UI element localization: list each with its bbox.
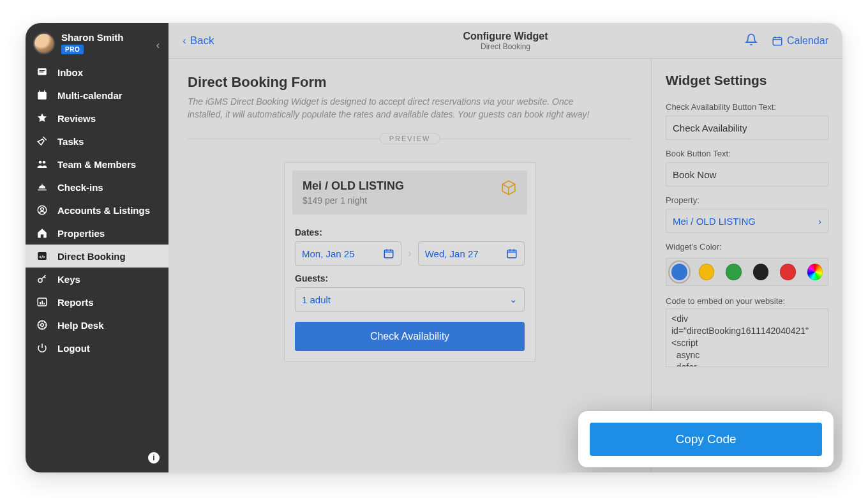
sidebar-item-reports[interactable]: Reports [26,290,168,313]
bell-icon[interactable] [745,33,758,49]
embed-code-box[interactable] [666,308,828,367]
preview-chip: PREVIEW [380,133,440,144]
svg-rect-4 [38,92,47,94]
calendar-icon [383,248,394,259]
sidebar-item-label: Inbox [57,67,83,78]
chevron-down-icon: ⌄ [509,294,518,305]
pro-badge: PRO [61,45,84,54]
profile-block[interactable]: Sharon Smith PRO ‹ [26,28,168,61]
sidebar: Sharon Smith PRO ‹ InboxMulti-calendarRe… [26,23,168,472]
calendar-link[interactable]: Calendar [772,35,828,47]
content-row: Direct Booking Form The iGMS Direct Book… [168,59,842,472]
copy-code-button[interactable]: Copy Code [590,423,822,456]
sidebar-item-properties[interactable]: Properties [26,222,168,245]
guests-select[interactable]: 1 adult ⌄ [295,287,525,312]
sidebar-item-multi-calendar[interactable]: Multi-calendar [26,84,168,107]
sidebar-item-tasks[interactable]: Tasks [26,130,168,153]
sidebar-item-label: Reports [57,297,94,308]
svg-rect-15 [41,301,43,305]
sidebar-item-label: Direct Booking [57,251,126,262]
chevron-right-icon: › [818,216,821,227]
calendar-icon [36,89,49,101]
color-swatch[interactable] [780,264,796,280]
sidebar-item-label: Check-ins [57,182,103,193]
main-column: Direct Booking Form The iGMS Direct Book… [168,59,651,472]
check-availability-button[interactable]: Check Availability [295,322,525,351]
chevron-right-icon: › [408,248,411,259]
date-start-value: Mon, Jan 25 [302,248,355,259]
sidebar-item-label: Accounts & Listings [57,205,150,216]
back-button[interactable]: ‹ Back [183,34,214,47]
page-header-title: Configure Widget [463,31,548,42]
svg-rect-16 [43,303,45,305]
svg-rect-21 [385,250,394,258]
date-end-input[interactable]: Wed, Jan 27 [418,241,525,266]
widget-listing-name: Mei / OLD LISTING [303,179,404,193]
info-icon[interactable]: i [148,452,160,464]
chart-icon [36,296,49,308]
page-title: Direct Booking Form [188,74,632,91]
embed-code-label: Code to embed on your website: [666,296,828,306]
svg-point-18 [41,324,44,327]
sidebar-item-accounts-listings[interactable]: Accounts & Listings [26,199,168,222]
date-end-value: Wed, Jan 27 [425,248,479,259]
calendar-link-label: Calendar [787,35,828,47]
sidebar-item-logout[interactable]: Logout [26,336,168,359]
sidebar-item-keys[interactable]: Keys [26,268,168,290]
guests-value: 1 adult [302,294,331,305]
copy-code-card: Copy Code [578,411,834,467]
book-btn-text-input[interactable] [666,162,828,186]
sidebar-item-reviews[interactable]: Reviews [26,107,168,130]
svg-point-10 [41,207,44,211]
widget-header: Mei / OLD LISTING $149 per 1 night [292,170,527,215]
preview-section: PREVIEW Mei / OLD LISTING $149 per 1 nig… [188,139,632,362]
avatar [33,33,55,54]
back-label: Back [190,34,214,47]
color-swatch[interactable] [671,264,687,280]
settings-panel: Widget Settings Check Availability Butto… [651,59,842,472]
date-start-input[interactable]: Mon, Jan 25 [295,241,401,266]
app-shell: Sharon Smith PRO ‹ InboxMulti-calendarRe… [26,23,842,472]
widget-preview-card: Mei / OLD LISTING $149 per 1 night [284,162,535,362]
page-header-subtitle: Direct Booking [463,42,548,51]
calendar-icon [506,248,518,259]
guests-label: Guests: [295,273,525,283]
svg-point-7 [39,161,42,164]
property-value: Mei / OLD LISTING [673,216,756,227]
profile-name: Sharon Smith [61,32,124,43]
brand-hex-icon [500,179,517,196]
property-select[interactable]: Mei / OLD LISTING › [666,209,828,233]
color-swatch[interactable] [726,264,742,280]
chat-icon [36,66,49,78]
sidebar-item-inbox[interactable]: Inbox [26,61,168,84]
collapse-sidebar-icon[interactable]: ‹ [156,40,160,51]
color-swatch[interactable] [753,264,769,280]
book-btn-text-label: Book Button Text: [666,149,828,158]
sidebar-item-label: Keys [57,274,80,285]
sidebar-item-label: Logout [57,343,90,354]
widget-price: $149 per 1 night [303,195,404,206]
home-icon [36,227,49,239]
sidebar-item-check-ins[interactable]: Check-ins [26,176,168,199]
sidebar-item-team-members[interactable]: Team & Members [26,153,168,176]
check-btn-text-input[interactable] [666,116,828,140]
dates-label: Dates: [295,227,525,238]
svg-rect-6 [44,91,45,93]
sidebar-nav: InboxMulti-calendarReviewsTasksTeam & Me… [26,61,168,313]
sidebar-item-direct-booking[interactable]: Direct Booking [26,245,168,268]
sidebar-item-label: Help Desk [57,320,104,331]
page-description: The iGMS Direct Booking Widget is design… [188,96,596,121]
chevron-left-icon: ‹ [183,34,186,47]
sidebar-item-label: Properties [57,228,105,239]
svg-rect-14 [40,302,41,305]
sidebar-item-label: Reviews [57,113,96,124]
sidebar-item-label: Tasks [57,136,84,147]
svg-rect-2 [40,72,44,72]
bell-dish-icon [36,181,49,193]
broom-icon [36,135,49,147]
color-swatch[interactable] [699,264,715,280]
sidebar-item-help-desk[interactable]: Help Desk [26,313,168,336]
svg-point-8 [43,161,46,164]
color-swatch[interactable] [807,264,823,280]
svg-rect-19 [773,37,782,45]
